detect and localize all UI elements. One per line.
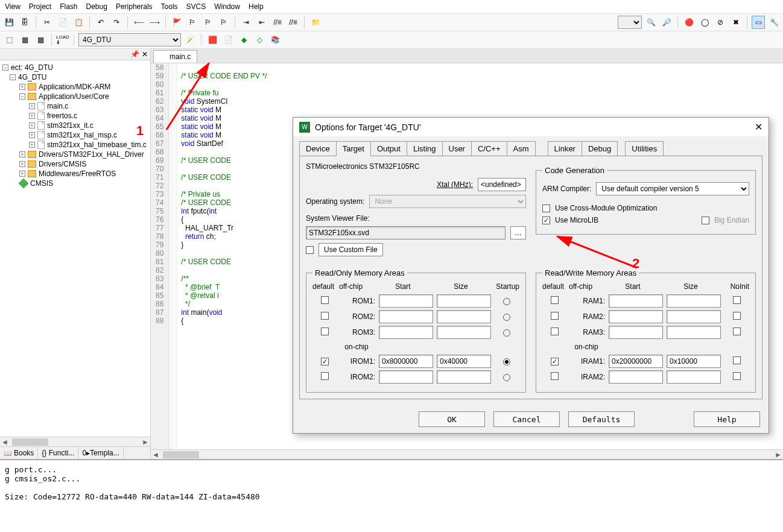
mem-start-input[interactable] <box>379 294 433 308</box>
mem-size-input[interactable] <box>437 355 491 368</box>
tab-target[interactable]: Target <box>337 141 371 156</box>
mem-size-input[interactable] <box>667 294 721 308</box>
mem-size-input[interactable] <box>437 310 491 323</box>
os-select[interactable]: None <box>369 195 526 208</box>
paste-icon[interactable]: 📋 <box>72 16 85 29</box>
editor-tab-main[interactable]: main.c <box>153 50 197 63</box>
books-icon[interactable]: 📚 <box>268 33 282 46</box>
menu-help[interactable]: Help <box>249 2 264 11</box>
help-button[interactable]: Help <box>694 411 760 427</box>
mem-size-input[interactable] <box>437 370 491 384</box>
tab-debugtab[interactable]: Debug <box>582 141 618 156</box>
group-cmsis[interactable]: Drivers/CMSIS <box>39 160 86 168</box>
config-icon[interactable]: 🔧 <box>767 16 781 29</box>
mem-size-input[interactable] <box>667 370 721 384</box>
tab-asm[interactable]: Asm <box>507 141 536 156</box>
mem-default-checkbox[interactable] <box>551 296 559 304</box>
build-output[interactable]: g port.c... g cmsis_os2.c... Size: Code=… <box>0 459 783 513</box>
mem-size-input[interactable] <box>437 326 491 339</box>
bookmark-next-icon[interactable]: 🏳 <box>201 16 215 29</box>
cut-icon[interactable]: ✂ <box>40 16 54 29</box>
redo-icon[interactable]: ↷ <box>110 16 123 29</box>
file-it[interactable]: stm32f1xx_it.c <box>47 121 94 130</box>
indent-icon[interactable]: ⇥ <box>239 16 253 29</box>
tab-output[interactable]: Output <box>371 141 407 156</box>
menu-peripherals[interactable]: Peripherals <box>116 2 153 11</box>
mem-size-input[interactable] <box>437 294 491 308</box>
bookmark-icon[interactable]: 🚩 <box>170 16 183 29</box>
close-panel-icon[interactable]: ✕ <box>142 50 148 59</box>
rte-icon[interactable]: ◇ <box>253 33 266 46</box>
file-freertos[interactable]: freertos.c <box>47 112 77 120</box>
bookmark-clear-icon[interactable]: 🏳 <box>217 16 230 29</box>
mem-start-input[interactable] <box>609 370 663 384</box>
debug-icon[interactable]: 🔴 <box>682 16 696 29</box>
tab-listing[interactable]: Listing <box>407 141 443 156</box>
mem-size-input[interactable] <box>667 310 721 323</box>
mem-size-input[interactable] <box>667 326 721 339</box>
find-icon[interactable]: 📁 <box>309 16 322 29</box>
mem-start-input[interactable] <box>609 355 663 368</box>
tab-linker[interactable]: Linker <box>548 141 582 156</box>
group-freertos[interactable]: Middlewares/FreeRTOS <box>39 169 116 178</box>
breakpoint-toggle-icon[interactable]: ◯ <box>698 16 711 29</box>
menu-debug[interactable]: Debug <box>86 2 107 11</box>
search2-icon[interactable]: 🔎 <box>660 16 673 29</box>
mem-default-checkbox[interactable] <box>551 312 559 320</box>
project-tree[interactable]: −ect: 4G_DTU −4G_DTU +Application/MDK-AR… <box>0 60 150 437</box>
mem-default-checkbox[interactable] <box>321 312 329 320</box>
undo-icon[interactable]: ↶ <box>94 16 107 29</box>
close-icon[interactable]: ✕ <box>755 121 762 133</box>
mem-start-input[interactable] <box>609 310 663 323</box>
ok-button[interactable]: OK <box>419 411 485 427</box>
group-mdkarm[interactable]: Application/MDK-ARM <box>39 83 110 91</box>
sidebar-hscroll[interactable]: ◄► <box>0 437 150 446</box>
mem-default-checkbox[interactable] <box>551 358 559 366</box>
mem-default-checkbox[interactable] <box>321 372 329 380</box>
mem-start-input[interactable] <box>379 326 433 339</box>
mem-startup-radio[interactable] <box>503 329 510 337</box>
load-icon[interactable]: LOAD⬇ <box>56 33 69 46</box>
tab-utilities[interactable]: Utilities <box>625 141 664 156</box>
file-ext-icon[interactable]: 📄 <box>221 33 235 46</box>
cross-opt-checkbox[interactable] <box>542 204 550 212</box>
tab-user[interactable]: User <box>443 141 472 156</box>
manage-icon[interactable]: 🟥 <box>206 33 219 46</box>
comment-icon[interactable]: //≡ <box>271 16 284 29</box>
tab-templates[interactable]: 0▸Templa... <box>78 447 123 459</box>
mem-noinit-checkbox[interactable] <box>733 356 741 364</box>
file-timebase[interactable]: stm32f1xx_hal_timebase_tim.c <box>47 141 147 149</box>
mem-start-input[interactable] <box>379 355 433 368</box>
mem-startup-radio[interactable] <box>503 314 510 321</box>
mem-default-checkbox[interactable] <box>321 296 329 304</box>
custom-file-button[interactable]: Use Custom File <box>319 243 383 256</box>
editor-hscroll[interactable]: ◄► <box>151 449 783 459</box>
menu-flash[interactable]: Flash <box>60 2 77 11</box>
file-halmsp[interactable]: stm32f1xx_hal_msp.c <box>47 131 117 139</box>
tab-ccpp[interactable]: C/C++ <box>472 141 507 156</box>
nav-fwd-icon[interactable]: ⟶ <box>148 16 161 29</box>
save-all-icon[interactable]: 🗄 <box>18 16 31 29</box>
build-icon[interactable]: ▦ <box>18 33 31 46</box>
file-main[interactable]: main.c <box>47 102 68 110</box>
defaults-button[interactable]: Defaults <box>568 411 635 427</box>
mem-start-input[interactable] <box>379 310 433 323</box>
mem-start-input[interactable] <box>609 294 663 308</box>
tab-device[interactable]: Device <box>299 141 337 156</box>
mem-startup-radio[interactable] <box>503 358 510 366</box>
target-node[interactable]: 4G_DTU <box>18 73 46 81</box>
group-haldriver[interactable]: Drivers/STM32F1xx_HAL_Driver <box>39 150 144 159</box>
pack-icon[interactable]: ◆ <box>237 33 250 46</box>
menu-svcs[interactable]: SVCS <box>186 2 206 11</box>
outdent-icon[interactable]: ⇤ <box>255 16 268 29</box>
mem-default-checkbox[interactable] <box>551 328 559 335</box>
rebuild-icon[interactable]: ▦ <box>34 33 47 46</box>
breakpoint-enable-icon[interactable]: ⊘ <box>714 16 727 29</box>
target-select[interactable]: 4G_DTU <box>78 33 181 46</box>
menu-project[interactable]: Project <box>29 2 51 11</box>
translate-icon[interactable]: ⬚ <box>2 33 16 46</box>
copy-icon[interactable]: 📄 <box>56 16 69 29</box>
options-target-icon[interactable]: 🪄 <box>183 33 197 46</box>
mem-start-input[interactable] <box>609 326 663 339</box>
compiler-select[interactable]: Use default compiler version 5 <box>596 182 749 195</box>
